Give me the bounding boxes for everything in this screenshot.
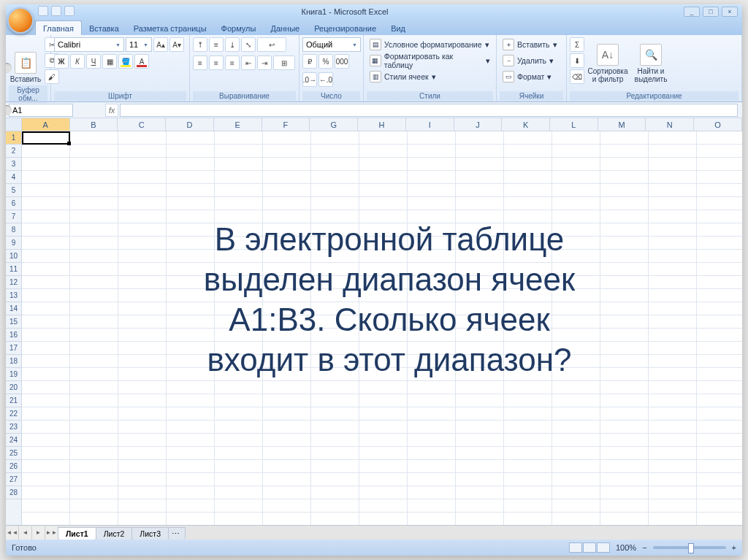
cell-styles-button[interactable]: ▥Стили ячеек▾ <box>367 69 493 84</box>
comma-button[interactable]: 000 <box>335 54 349 69</box>
row-header-26[interactable]: 26 <box>6 460 21 473</box>
col-header-N[interactable]: N <box>646 118 694 131</box>
delete-cells-button[interactable]: －Удалить▾ <box>500 53 563 68</box>
align-left-button[interactable]: ≡ <box>193 55 207 70</box>
row-header-2[interactable]: 2 <box>6 145 21 158</box>
fill-button[interactable]: ⬇ <box>570 53 584 68</box>
zoom-in-button[interactable]: + <box>732 543 736 552</box>
increase-decimal-button[interactable]: .0→ <box>302 72 317 87</box>
col-header-E[interactable]: E <box>214 118 262 131</box>
col-header-A[interactable]: A <box>22 118 70 131</box>
paste-button[interactable]: 📋 Вставить <box>9 37 42 85</box>
sheet-nav-first[interactable]: ◄◄ <box>6 526 19 540</box>
row-header-20[interactable]: 20 <box>6 381 21 394</box>
find-select-button[interactable]: 🔍 Найти и выделить <box>631 37 671 85</box>
font-name-combo[interactable]: Calibri▼ <box>54 37 124 52</box>
decrease-decimal-button[interactable]: ←.0 <box>318 72 333 87</box>
font-size-combo[interactable]: 11▼ <box>126 37 152 52</box>
sheet-nav-prev[interactable]: ◄ <box>19 526 32 540</box>
align-center-button[interactable]: ≡ <box>209 55 224 70</box>
view-normal-button[interactable] <box>569 542 582 553</box>
format-cells-button[interactable]: ▭Формат▾ <box>500 69 563 84</box>
bold-button[interactable]: Ж <box>54 54 69 69</box>
sheet-nav-next[interactable]: ► <box>32 526 45 540</box>
cells-grid[interactable]: В электронной таблице выделен диапазон я… <box>22 131 742 529</box>
maximize-button[interactable]: □ <box>703 7 719 17</box>
sort-filter-button[interactable]: A↓ Сортировка и фильтр <box>587 37 629 85</box>
row-header-7[interactable]: 7 <box>6 210 21 223</box>
row-header-15[interactable]: 15 <box>6 315 21 329</box>
align-middle-button[interactable]: ≡ <box>209 37 224 52</box>
row-header-5[interactable]: 5 <box>6 184 21 197</box>
sheet-tab-2[interactable]: Лист2 <box>96 527 133 540</box>
new-sheet-button[interactable]: ⋯ <box>168 527 186 540</box>
qat-undo-icon[interactable] <box>51 6 61 16</box>
row-header-21[interactable]: 21 <box>6 394 21 407</box>
tab-view[interactable]: Вид <box>383 21 413 35</box>
number-format-combo[interactable]: Общий▼ <box>302 37 361 52</box>
col-header-G[interactable]: G <box>310 118 358 131</box>
row-header-17[interactable]: 17 <box>6 342 21 355</box>
wrap-text-button[interactable]: ↩ <box>257 37 286 52</box>
row-header-6[interactable]: 6 <box>6 197 21 210</box>
merge-button[interactable]: ⊞ <box>273 55 295 70</box>
decrease-indent-button[interactable]: ⇤ <box>241 55 256 70</box>
office-button[interactable] <box>7 7 34 34</box>
row-header-16[interactable]: 16 <box>6 329 21 342</box>
row-header-8[interactable]: 8 <box>6 223 21 237</box>
fill-color-button[interactable]: 🪣 <box>118 54 133 69</box>
col-header-C[interactable]: C <box>118 118 166 131</box>
fx-icon[interactable]: fx <box>105 104 118 117</box>
sheet-tab-3[interactable]: Лист3 <box>131 527 169 540</box>
col-header-F[interactable]: F <box>262 118 310 131</box>
qat-redo-icon[interactable] <box>64 6 75 16</box>
col-header-L[interactable]: L <box>550 118 598 131</box>
grow-font-button[interactable]: A▴ <box>153 37 168 52</box>
row-header-3[interactable]: 3 <box>6 158 21 171</box>
row-header-24[interactable]: 24 <box>6 434 21 447</box>
view-layout-button[interactable] <box>583 542 596 553</box>
row-header-13[interactable]: 13 <box>6 289 21 302</box>
row-header-25[interactable]: 25 <box>6 447 21 460</box>
qat-save-icon[interactable] <box>38 6 48 16</box>
format-as-table-button[interactable]: ▦Форматировать как таблицу▾ <box>367 53 493 68</box>
select-all-corner[interactable] <box>6 118 22 131</box>
row-header-1[interactable]: 1 <box>6 131 21 145</box>
percent-button[interactable]: % <box>318 54 333 69</box>
formula-bar[interactable] <box>120 104 738 117</box>
tab-formulas[interactable]: Формулы <box>214 21 264 35</box>
col-header-K[interactable]: K <box>502 118 550 131</box>
tab-insert[interactable]: Вставка <box>82 21 126 35</box>
insert-cells-button[interactable]: ＋Вставить▾ <box>500 37 563 52</box>
align-bottom-button[interactable]: ⤓ <box>225 37 240 52</box>
zoom-slider[interactable] <box>653 546 726 549</box>
underline-button[interactable]: Ч <box>86 54 101 69</box>
orientation-button[interactable]: ⤡ <box>241 37 256 52</box>
conditional-formatting-button[interactable]: ▤Условное форматирование▾ <box>367 37 493 52</box>
tab-review[interactable]: Рецензирование <box>307 21 383 35</box>
shrink-font-button[interactable]: A▾ <box>169 37 184 52</box>
row-header-22[interactable]: 22 <box>6 407 21 421</box>
sheet-nav-last[interactable]: ►► <box>45 526 58 540</box>
currency-button[interactable]: ₽ <box>302 54 317 69</box>
sheet-tab-1[interactable]: Лист1 <box>58 527 96 540</box>
col-header-O[interactable]: O <box>694 118 742 131</box>
tab-data[interactable]: Данные <box>263 21 307 35</box>
col-header-B[interactable]: B <box>70 118 118 131</box>
align-right-button[interactable]: ≡ <box>225 55 240 70</box>
row-header-9[interactable]: 9 <box>6 237 21 250</box>
col-header-D[interactable]: D <box>166 118 214 131</box>
col-header-M[interactable]: M <box>598 118 646 131</box>
col-header-H[interactable]: H <box>358 118 406 131</box>
row-header-12[interactable]: 12 <box>6 276 21 289</box>
row-header-23[interactable]: 23 <box>6 421 21 434</box>
row-header-19[interactable]: 19 <box>6 368 21 381</box>
row-header-11[interactable]: 11 <box>6 263 21 276</box>
row-header-14[interactable]: 14 <box>6 302 21 315</box>
row-header-10[interactable]: 10 <box>6 250 21 263</box>
close-button[interactable]: × <box>722 7 738 17</box>
font-color-button[interactable]: A <box>134 54 149 69</box>
row-header-28[interactable]: 28 <box>6 486 21 499</box>
name-box[interactable]: A1 <box>9 104 73 117</box>
col-header-I[interactable]: I <box>406 118 454 131</box>
